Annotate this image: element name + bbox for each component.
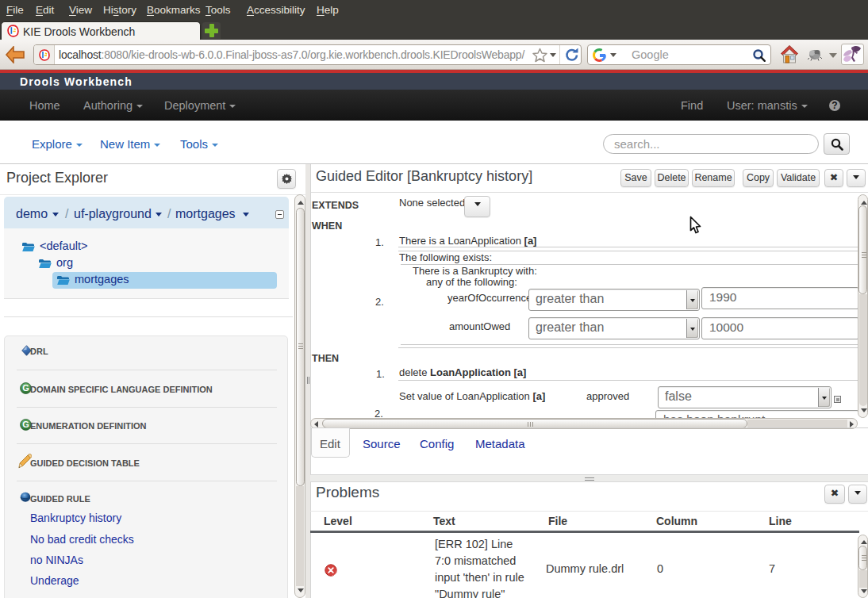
svg-text:G: G xyxy=(22,383,29,393)
svg-text:G: G xyxy=(22,420,29,429)
